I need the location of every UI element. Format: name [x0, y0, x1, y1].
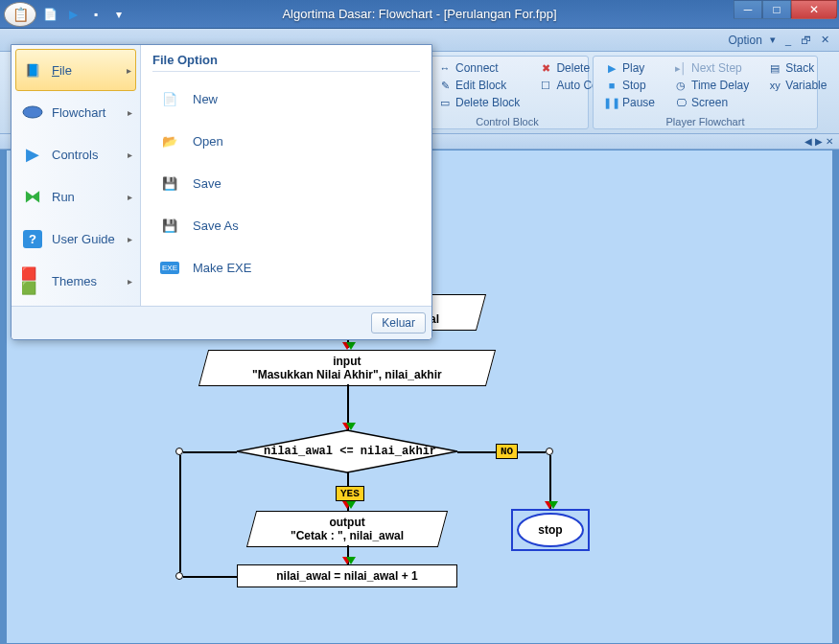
ribbon-group-control-block: ↔Connect ✎Edit Block ▭Delete Block ✖Dele…: [426, 56, 589, 129]
file-options-panel: File Option 📄 New 📂 Open 💾 Save 💾 Save A…: [141, 45, 431, 306]
checkbox-icon: ☐: [539, 79, 552, 92]
close-button[interactable]: ✕: [791, 0, 837, 19]
group-title-player: Player Flowchart: [594, 116, 817, 127]
flow-connector: [183, 576, 237, 578]
qat-dropdown-icon[interactable]: ▾: [109, 5, 128, 24]
file-save-as-button[interactable]: 💾 Save As: [152, 204, 420, 246]
help-menu-icon: ?: [21, 227, 44, 250]
yes-label: YES: [336, 486, 364, 501]
arrow-icon: [346, 501, 356, 509]
menu-item-user-guide[interactable]: ? User Guide ▸: [15, 218, 136, 260]
pause-button[interactable]: ❚❚Pause: [601, 95, 659, 110]
connect-button[interactable]: ↔Connect: [434, 60, 524, 76]
menu-item-controls[interactable]: ▶ Controls ▸: [15, 133, 136, 175]
flow-connector: [179, 455, 181, 572]
new-file-icon: 📄: [156, 85, 183, 112]
flow-connector: [183, 451, 237, 453]
file-panel-title: File Option: [152, 53, 420, 72]
clock-icon: ◷: [674, 79, 688, 92]
file-menu-icon: 📘: [21, 58, 44, 81]
play-button[interactable]: ▶Play: [601, 60, 659, 76]
chevron-right-icon: ▸: [128, 234, 132, 244]
file-new-button[interactable]: 📄 New: [152, 78, 420, 120]
delete-block-button[interactable]: ▭Delete Block: [434, 95, 524, 110]
chevron-right-icon: ▸: [128, 107, 132, 118]
window-title: Algortima Dasar: Flowchart - [Perulangan…: [282, 7, 556, 21]
file-open-button[interactable]: 📂 Open: [152, 120, 420, 162]
arrow-icon: [346, 423, 356, 430]
variable-button[interactable]: xyVariable: [764, 78, 830, 93]
screen-button[interactable]: 🖵Screen: [670, 95, 753, 110]
next-step-button[interactable]: ▸│Next Step: [670, 60, 753, 76]
stack-button[interactable]: ▤Stack: [764, 60, 830, 76]
no-label: NO: [496, 444, 518, 459]
ribbon-group-player: ▶Play ■Stop ❚❚Pause ▸│Next Step ◷Time De…: [593, 56, 818, 129]
screen-icon: 🖵: [674, 96, 688, 109]
open-folder-icon: 📂: [156, 127, 183, 154]
menu-footer: Keluar: [12, 306, 431, 339]
ribbon-minimize-icon[interactable]: _: [783, 34, 793, 46]
output-node[interactable]: output "Cetak : ", nilai_awal: [246, 511, 448, 547]
play-icon: ▶: [605, 61, 618, 75]
menu-item-themes[interactable]: 🟥🟩 Themes ▸: [15, 260, 136, 302]
window-controls: ─ □ ✕: [734, 0, 837, 19]
menu-item-file[interactable]: 📘 File ▸: [15, 49, 136, 91]
connector-dot: [546, 448, 553, 455]
stop-node[interactable]: stop: [517, 513, 584, 547]
exe-icon: EXE: [156, 254, 183, 281]
stack-icon: ▤: [768, 61, 781, 75]
connector-dot: [175, 572, 183, 580]
edit-block-button[interactable]: ✎Edit Block: [434, 78, 524, 93]
window-titlebar: 📋 📄 ▶ ▪ ▾ Algortima Dasar: Flowchart - […: [0, 0, 839, 29]
qat-new-icon[interactable]: 📄: [40, 5, 59, 24]
controls-menu-icon: ▶: [21, 143, 44, 166]
file-make-exe-button[interactable]: EXE Make EXE: [152, 246, 420, 288]
menu-categories: 📘 File ▸ Flowchart ▸ ▶ Controls ▸ ⧓ Run …: [12, 45, 141, 306]
chevron-right-icon: ▸: [127, 65, 131, 76]
app-orb[interactable]: 📋: [4, 2, 36, 27]
ribbon-restore-icon[interactable]: 🗗: [799, 34, 813, 46]
maximize-button[interactable]: □: [762, 0, 791, 19]
ribbon-close-icon[interactable]: ✕: [819, 34, 831, 46]
qat-save-icon[interactable]: ▪: [86, 5, 105, 24]
delete-line-icon: ✖: [539, 61, 552, 75]
minimize-button[interactable]: ─: [734, 0, 762, 19]
pause-icon: ❚❚: [605, 96, 618, 109]
variable-icon: xy: [768, 79, 781, 92]
exit-button[interactable]: Keluar: [371, 312, 426, 334]
run-menu-icon: ⧓: [21, 185, 44, 208]
save-as-icon: 💾: [156, 212, 183, 239]
themes-menu-icon: 🟥🟩: [21, 269, 44, 292]
ribbon-dropdown-icon[interactable]: ▾: [768, 34, 778, 46]
process-node[interactable]: nilai_awal = nilai_awal + 1: [237, 564, 457, 587]
flowchart-menu-icon: [21, 101, 44, 124]
edit-icon: ✎: [438, 79, 452, 92]
arrow-icon: [346, 342, 356, 350]
arrow-icon: [548, 501, 558, 509]
chevron-right-icon: ▸: [128, 192, 132, 202]
qat-play-icon[interactable]: ▶: [63, 5, 82, 24]
connect-icon: ↔: [438, 61, 452, 75]
group-title-control: Control Block: [427, 116, 588, 127]
time-delay-button[interactable]: ◷Time Delay: [670, 78, 753, 93]
menu-item-run[interactable]: ⧓ Run ▸: [15, 175, 136, 218]
nav-right-icon[interactable]: ▶: [815, 136, 823, 147]
arrow-icon: [346, 557, 356, 564]
input-node-2[interactable]: input "Masukkan Nilai Akhir", nilai_akhi…: [198, 350, 496, 386]
delete-block-icon: ▭: [438, 96, 452, 109]
nav-close-icon[interactable]: ✕: [826, 136, 833, 147]
option-tab[interactable]: Option: [729, 34, 762, 47]
chevron-right-icon: ▸: [128, 276, 132, 287]
quick-access-toolbar: 📋 📄 ▶ ▪ ▾: [0, 2, 128, 27]
save-disk-icon: 💾: [156, 170, 183, 196]
stop-button[interactable]: ■Stop: [601, 78, 659, 93]
app-menu-popup: 📘 File ▸ Flowchart ▸ ▶ Controls ▸ ⧓ Run …: [11, 44, 432, 340]
file-save-button[interactable]: 💾 Save: [152, 162, 420, 204]
connector-dot: [175, 448, 183, 455]
svg-point-0: [23, 106, 42, 118]
nav-left-icon[interactable]: ◀: [804, 136, 812, 147]
menu-item-flowchart[interactable]: Flowchart ▸: [15, 91, 136, 133]
decision-text: nilai_awal <= nilai_akhir: [264, 445, 436, 458]
stop-icon: ■: [605, 79, 618, 92]
next-step-icon: ▸│: [674, 61, 688, 75]
